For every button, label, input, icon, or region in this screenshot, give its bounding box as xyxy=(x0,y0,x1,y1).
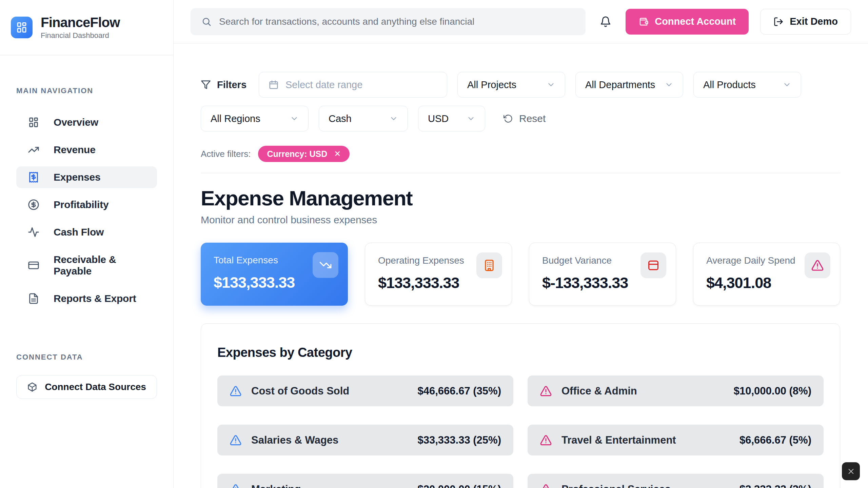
reset-filters-button[interactable]: Reset xyxy=(504,113,546,124)
brand-logo xyxy=(11,17,33,38)
receipt-icon xyxy=(28,171,39,183)
nav-section-label: MAIN NAVIGATION xyxy=(16,86,157,95)
sidebar-item-label: Expenses xyxy=(54,171,100,183)
stat-card-average-daily-spend[interactable]: Average Daily Spend $4,301.08 xyxy=(693,243,840,306)
sidebar-nav-section: MAIN NAVIGATION Overview Revenue Expense… xyxy=(0,55,173,399)
active-filters-label: Active filters: xyxy=(201,149,251,159)
sidebar: FinanceFlow Financial Dashboard MAIN NAV… xyxy=(0,0,174,488)
alert-triangle-icon xyxy=(811,259,824,272)
stat-icon-box xyxy=(805,252,830,278)
category-row-marketing[interactable]: Marketing $20,000.00 (15%) xyxy=(217,474,513,488)
chevron-down-icon xyxy=(290,114,299,123)
departments-select[interactable]: All Departments xyxy=(575,72,683,98)
sidebar-item-cash-flow[interactable]: Cash Flow xyxy=(16,221,157,243)
sidebar-item-expenses[interactable]: Expenses xyxy=(16,166,157,188)
sidebar-item-reports-export[interactable]: Reports & Export xyxy=(16,288,157,309)
sidebar-item-label: Reports & Export xyxy=(54,293,136,304)
account-type-select-value: Cash xyxy=(329,113,352,124)
stat-icon-box xyxy=(476,252,502,278)
account-type-select[interactable]: Cash xyxy=(319,106,408,131)
alert-triangle-icon xyxy=(540,434,552,446)
category-grid: Cost of Goods Sold $46,666.67 (35%) Sala… xyxy=(217,375,824,488)
sidebar-item-label: Profitability xyxy=(54,199,108,210)
search-icon xyxy=(201,17,212,27)
category-row-salaries-wages[interactable]: Salaries & Wages $33,333.33 (25%) xyxy=(217,425,513,455)
cube-icon xyxy=(27,382,37,392)
filters-label: Filters xyxy=(217,79,246,90)
close-overlay-button[interactable] xyxy=(842,462,860,480)
dashboard-grid-icon xyxy=(16,21,28,34)
stat-card-budget-variance[interactable]: Budget Variance $-133,333.33 xyxy=(529,243,676,306)
wallet-icon xyxy=(638,17,649,27)
category-row-professional-services[interactable]: Professional Services $3,333.33 (3%) xyxy=(528,474,824,488)
log-out-icon xyxy=(773,17,784,27)
category-label: Salaries & Wages xyxy=(251,434,408,446)
chevron-down-icon xyxy=(389,114,398,123)
category-label: Cost of Goods Sold xyxy=(251,385,408,397)
trending-up-icon xyxy=(28,144,39,156)
reset-label: Reset xyxy=(519,113,546,124)
date-range-field[interactable] xyxy=(259,72,447,98)
alert-triangle-icon xyxy=(540,385,552,397)
filters-row-2: All Regions Cash USD Reset xyxy=(201,106,840,131)
category-value: $46,666.67 (35%) xyxy=(418,385,501,397)
category-row-travel-entertainment[interactable]: Travel & Entertainment $6,666.67 (5%) xyxy=(528,425,824,455)
connect-account-label: Connect Account xyxy=(655,16,736,27)
main-area: Connect Account Exit Demo Filters All xyxy=(174,0,868,488)
connect-data-sources-label: Connect Data Sources xyxy=(45,382,146,392)
alert-triangle-icon xyxy=(230,483,242,488)
stat-card-operating-expenses[interactable]: Operating Expenses $133,333.33 xyxy=(365,243,512,306)
brand-name: FinanceFlow xyxy=(41,15,120,30)
category-row-office-admin[interactable]: Office & Admin $10,000.00 (8%) xyxy=(528,375,824,406)
connect-data-sources-button[interactable]: Connect Data Sources xyxy=(16,375,157,399)
sidebar-item-profitability[interactable]: Profitability xyxy=(16,194,157,216)
notifications-button[interactable] xyxy=(597,13,614,30)
rotate-ccw-icon xyxy=(504,114,513,123)
stat-card-total-expenses[interactable]: Total Expenses $133,333.33 xyxy=(201,243,348,306)
app-window: FinanceFlow Financial Dashboard MAIN NAV… xyxy=(0,0,868,488)
products-select[interactable]: All Products xyxy=(693,72,801,98)
exit-demo-label: Exit Demo xyxy=(790,16,838,27)
connect-account-button[interactable]: Connect Account xyxy=(626,9,749,35)
brand-header: FinanceFlow Financial Dashboard xyxy=(0,0,173,55)
projects-select[interactable]: All Projects xyxy=(457,72,565,98)
global-search[interactable] xyxy=(191,8,586,35)
alert-triangle-icon xyxy=(230,385,242,397)
brand-text: FinanceFlow Financial Dashboard xyxy=(41,15,120,40)
topbar: Connect Account Exit Demo xyxy=(174,0,868,43)
regions-select[interactable]: All Regions xyxy=(201,106,309,131)
chevron-down-icon xyxy=(467,114,475,123)
connect-data-section-label: CONNECT DATA xyxy=(16,353,157,362)
currency-select[interactable]: USD xyxy=(418,106,485,131)
credit-card-icon xyxy=(28,260,39,271)
sidebar-item-receivable-payable[interactable]: Receivable & Payable xyxy=(16,249,157,282)
search-input[interactable] xyxy=(219,16,575,27)
content: Filters All Projects All Departments All… xyxy=(174,43,868,488)
currency-select-value: USD xyxy=(428,113,449,124)
filters-label-group: Filters xyxy=(201,79,246,90)
sidebar-item-label: Cash Flow xyxy=(54,226,104,238)
credit-card-icon xyxy=(647,259,660,272)
activity-icon xyxy=(28,226,39,238)
category-value: $10,000.00 (8%) xyxy=(734,385,811,397)
category-value: $6,666.67 (5%) xyxy=(739,434,811,446)
sidebar-item-revenue[interactable]: Revenue xyxy=(16,139,157,161)
stat-icon-box xyxy=(313,252,338,278)
regions-select-value: All Regions xyxy=(211,113,260,124)
date-range-input[interactable] xyxy=(285,79,437,90)
stat-cards-row: Total Expenses $133,333.33 Operating Exp… xyxy=(201,243,840,306)
category-value: $3,333.33 (3%) xyxy=(739,483,811,488)
file-text-icon xyxy=(28,293,39,304)
category-value: $20,000.00 (15%) xyxy=(418,483,501,488)
brand-tagline: Financial Dashboard xyxy=(41,31,120,40)
expenses-by-category-card: Expenses by Category Cost of Goods Sold … xyxy=(201,323,840,488)
funnel-icon xyxy=(201,80,211,90)
page-title: Expense Management xyxy=(201,186,840,210)
category-label: Office & Admin xyxy=(561,385,724,397)
category-row-cost-of-goods-sold[interactable]: Cost of Goods Sold $46,666.67 (35%) xyxy=(217,375,513,406)
sidebar-item-overview[interactable]: Overview xyxy=(16,111,157,133)
exit-demo-button[interactable]: Exit Demo xyxy=(760,9,851,35)
chip-remove-icon[interactable]: ✕ xyxy=(334,150,341,158)
dashboard-grid-icon xyxy=(28,117,39,128)
chevron-down-icon xyxy=(665,80,673,89)
